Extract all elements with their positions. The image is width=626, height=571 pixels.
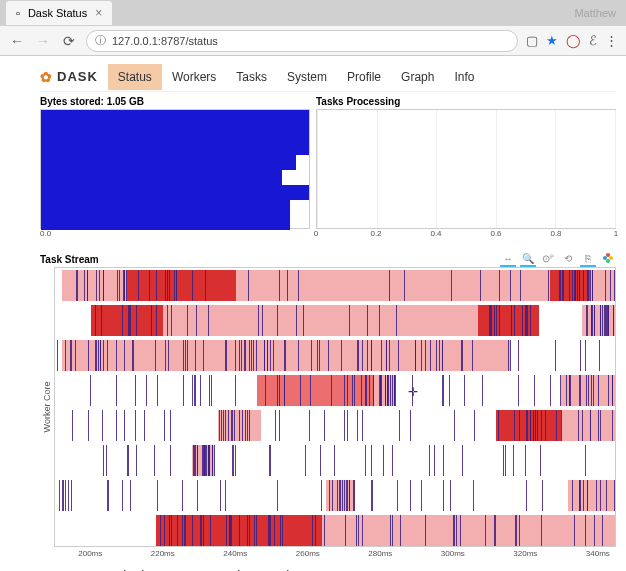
tab-graph[interactable]: Graph: [391, 64, 444, 90]
reload-button[interactable]: ⟳: [60, 32, 78, 50]
browser-toolbar: ← → ⟳ ⓘ 127.0.0.1:8787/status ▢ ★ ◯ ℰ ⋮: [0, 26, 626, 56]
reset-icon[interactable]: ⟲: [560, 251, 576, 267]
x-tick: 320ms: [513, 549, 537, 558]
extension-icon[interactable]: ℰ: [589, 33, 597, 48]
task-block: [322, 515, 615, 546]
bytes-bar: [41, 185, 309, 200]
close-icon[interactable]: ×: [95, 6, 102, 20]
address-bar[interactable]: ⓘ 127.0.0.1:8787/status: [86, 30, 518, 52]
box-zoom-icon[interactable]: 🔍: [520, 251, 536, 267]
tasks-processing-title: Tasks Processing: [316, 96, 616, 107]
info-icon: ⓘ: [95, 33, 106, 48]
dask-brand: DASK: [57, 69, 98, 84]
tab-profile[interactable]: Profile: [337, 64, 391, 90]
task-stream-x-axis: 200ms220ms240ms260ms280ms300ms320ms340ms: [54, 547, 616, 563]
browser-chrome: ▫ Dask Status × Matthew ← → ⟳ ⓘ 127.0.0.…: [0, 0, 626, 56]
tab-info[interactable]: Info: [444, 64, 484, 90]
back-button[interactable]: ←: [8, 32, 26, 50]
tasks-x-axis: 00.20.40.60.81: [316, 229, 616, 243]
bytes-stored-plot[interactable]: [40, 109, 310, 229]
task-block: [257, 375, 373, 406]
bytes-bar: [41, 215, 290, 230]
tab-tasks[interactable]: Tasks: [226, 64, 277, 90]
menu-icon[interactable]: ⋮: [605, 33, 618, 48]
bytes-bar: [41, 140, 309, 155]
tab-strip: ▫ Dask Status × Matthew: [0, 0, 626, 26]
x-tick: 280ms: [368, 549, 392, 558]
x-tick: 220ms: [151, 549, 175, 558]
opera-icon[interactable]: ◯: [566, 33, 581, 48]
x-tick: 200ms: [78, 549, 102, 558]
bookmark-icon[interactable]: ★: [546, 33, 558, 48]
svg-point-1: [609, 256, 613, 260]
profile-name: Matthew: [574, 7, 616, 19]
browser-tab[interactable]: ▫ Dask Status ×: [6, 1, 112, 25]
bytes-bar: [41, 170, 282, 185]
tab-workers[interactable]: Workers: [162, 64, 226, 90]
tab-status[interactable]: Status: [108, 64, 162, 90]
svg-point-3: [603, 256, 607, 260]
bytes-bar: [41, 125, 309, 140]
task-block: [236, 270, 550, 301]
bytes-stored-title: Bytes stored: 1.05 GB: [40, 96, 310, 107]
task-stream-title: Task Stream: [40, 254, 99, 265]
toolbar-right: ▢ ★ ◯ ℰ ⋮: [526, 33, 618, 48]
x-tick: 340ms: [586, 549, 610, 558]
tasks-processing-plot[interactable]: [316, 109, 616, 229]
forward-button[interactable]: →: [34, 32, 52, 50]
dask-dashboard: ✿ DASK StatusWorkersTasksSystemProfileGr…: [0, 56, 626, 571]
x-tick: 240ms: [223, 549, 247, 558]
stream-lane: [55, 303, 615, 338]
task-block: [568, 480, 615, 511]
tasks-processing-panel: Tasks Processing 00.20.40.60.81: [316, 96, 616, 243]
stream-lane: [55, 513, 615, 547]
pan-icon[interactable]: ↔: [500, 251, 516, 267]
task-stream-plot[interactable]: ✛: [54, 267, 616, 547]
cast-icon[interactable]: ▢: [526, 33, 538, 48]
dask-logo: ✿ DASK: [40, 69, 98, 85]
wheel-zoom-icon[interactable]: ⊙ᴾ: [540, 251, 556, 267]
task-block: [561, 410, 615, 441]
stream-lane: [55, 408, 615, 443]
task-block: [496, 410, 561, 441]
tab-system[interactable]: System: [277, 64, 337, 90]
bytes-stored-panel: Bytes stored: 1.05 GB 0.0: [40, 96, 310, 243]
svg-point-2: [606, 259, 610, 263]
dask-tabs: StatusWorkersTasksSystemProfileGraphInfo: [108, 64, 485, 90]
task-stream-ylabel: Worker Core: [40, 267, 54, 547]
task-block: [127, 270, 235, 301]
task-stream-header: Task Stream ↔ 🔍 ⊙ᴾ ⟲ ⎘: [40, 251, 616, 267]
stream-lane: [55, 373, 615, 408]
x-tick: 300ms: [441, 549, 465, 558]
stream-lane: [55, 268, 615, 303]
plot-tools: ↔ 🔍 ⊙ᴾ ⟲ ⎘: [500, 251, 616, 267]
svg-point-0: [606, 253, 610, 257]
stream-lane: [55, 478, 615, 513]
url-text: 127.0.0.1:8787/status: [112, 35, 218, 47]
task-block: [163, 305, 477, 336]
bytes-bar: [41, 110, 309, 125]
task-block: [91, 305, 163, 336]
dask-nav: ✿ DASK StatusWorkersTasksSystemProfileGr…: [40, 62, 616, 92]
x-tick: 260ms: [296, 549, 320, 558]
bokeh-logo-icon[interactable]: [600, 251, 616, 267]
file-icon: ▫: [16, 7, 20, 19]
dask-flame-icon: ✿: [40, 69, 53, 85]
bytes-bar: [41, 200, 290, 215]
tab-title: Dask Status: [28, 7, 87, 19]
bytes-bar: [41, 155, 296, 170]
stream-lane: [55, 338, 615, 373]
bytes-x-axis: 0.0: [40, 229, 310, 243]
stream-lane: [55, 443, 615, 478]
save-icon[interactable]: ⎘: [580, 251, 596, 267]
